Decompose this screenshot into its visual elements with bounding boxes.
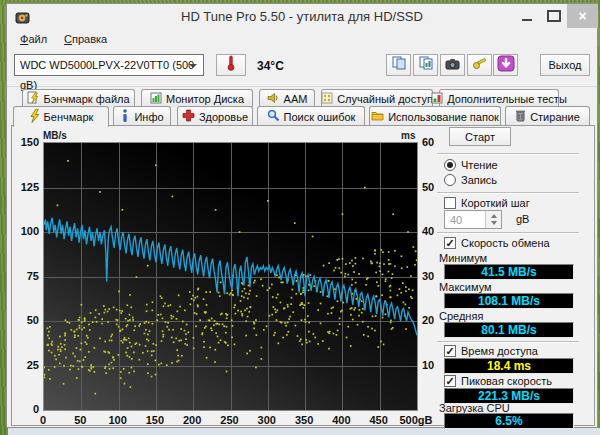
maximize-button[interactable] xyxy=(541,4,567,28)
short-stride-label: Короткий шаг xyxy=(461,197,530,209)
tab-случайный-доступ[interactable]: Случайный доступ xyxy=(321,89,433,107)
burst-rate-label: Пиковая скорость xyxy=(461,375,552,387)
tab-стирание[interactable]: Стирание xyxy=(505,106,590,126)
write-radio[interactable]: Запись xyxy=(444,174,497,186)
key-button[interactable] xyxy=(467,54,492,76)
axis-tick: 75 xyxy=(13,270,39,282)
tab-поиск-ошибок[interactable]: Поиск ошибок xyxy=(257,106,365,126)
read-radio-circle xyxy=(444,159,456,171)
axis-tick: 100 xyxy=(13,225,39,237)
average-label: Средняя xyxy=(439,310,483,322)
app-window: HD Tune Pro 5.50 - утилита для HD/SSD × … xyxy=(6,3,598,428)
copy-image-button[interactable] xyxy=(413,54,438,76)
separator xyxy=(437,341,579,343)
tab-label: Случайный доступ xyxy=(337,93,433,105)
exit-button[interactable]: Выход xyxy=(540,54,590,76)
lightning-icon xyxy=(29,109,40,125)
access-time-label: Время доступа xyxy=(461,345,538,357)
average-value: 80.1 MB/s xyxy=(444,322,574,338)
menu-item-file[interactable]: Файл xyxy=(16,31,51,47)
minimum-value: 41.5 MB/s xyxy=(444,264,574,280)
burst-rate-checkbox[interactable]: ✓ Пиковая скорость xyxy=(444,375,552,387)
axis-tick: 25 xyxy=(13,359,39,371)
transfer-rate-label: Скорость обмена xyxy=(461,237,550,249)
minimize-button[interactable] xyxy=(513,4,541,28)
copy-icon xyxy=(392,56,406,74)
copy-image-icon xyxy=(419,56,433,74)
key-icon xyxy=(472,56,487,74)
short-stride-checkbox[interactable]: Короткий шаг xyxy=(444,197,530,209)
titlebar: HD Tune Pro 5.50 - утилита для HD/SSD × xyxy=(7,4,597,29)
tab-aam[interactable]: AAM xyxy=(259,89,315,107)
plot-area xyxy=(43,142,418,411)
toolbar: WDC WD5000LPVX-22V0TT0 (500 gB) 34°C Вых… xyxy=(7,50,597,87)
menu-item-help[interactable]: Справка xyxy=(60,31,111,47)
stride-unit-label: gB xyxy=(516,213,529,225)
tab-label: Дополнительные тесты xyxy=(447,93,567,105)
tab-дополнительные-тесты[interactable]: Дополнительные тесты xyxy=(439,89,559,107)
stepper-down-icon xyxy=(491,221,497,225)
axis-tick: 100 xyxy=(98,414,138,426)
save-results-button[interactable] xyxy=(493,54,518,76)
tab-label: Использование папок xyxy=(388,111,499,123)
window-title: HD Tune Pro 5.50 - утилита для HD/SSD xyxy=(7,9,597,24)
axis-tick: 200 xyxy=(172,414,212,426)
health-cross-icon xyxy=(182,109,195,124)
tab-монитор-диска[interactable]: Монитор Диска xyxy=(141,89,253,107)
minimize-icon xyxy=(522,19,532,21)
speaker-icon xyxy=(267,92,280,106)
access-time-checkbox-box: ✓ xyxy=(444,345,456,357)
maximum-value: 108.1 MB/s xyxy=(444,293,574,309)
tab-бэнчмарк-файла[interactable]: Бэнчмарк файла xyxy=(22,89,135,107)
axis-tick: 50 xyxy=(422,181,434,193)
extra-tests-icon xyxy=(431,92,443,106)
tab-использование-папок[interactable]: Использование папок xyxy=(369,106,501,126)
y-left-axis-unit: MB/s xyxy=(43,130,67,141)
close-button[interactable]: × xyxy=(567,4,598,28)
stride-size-stepper[interactable]: 40 xyxy=(444,210,502,229)
stride-size-value: 40 xyxy=(450,214,462,226)
trash-icon xyxy=(515,109,526,124)
tab-бенчмарк[interactable]: Бенчмарк xyxy=(13,106,109,127)
tab-label: Бенчмарк xyxy=(44,111,94,123)
start-button[interactable]: Старт xyxy=(449,127,511,146)
write-radio-label: Запись xyxy=(461,174,497,186)
transfer-rate-checkbox-box: ✓ xyxy=(444,237,456,249)
disk-monitor-icon xyxy=(150,92,162,106)
chart-canvas xyxy=(44,143,417,410)
tab-label: Монитор Диска xyxy=(166,93,244,105)
close-icon: × xyxy=(578,8,586,24)
access-time-checkbox[interactable]: ✓ Время доступа xyxy=(444,345,538,357)
stepper-up-icon xyxy=(491,214,497,218)
screenshot-button[interactable] xyxy=(440,54,465,76)
file-benchmark-icon xyxy=(27,91,39,106)
minimum-label: Минимум xyxy=(439,252,487,264)
separator xyxy=(437,153,579,155)
axis-tick: 10 xyxy=(422,359,434,371)
maximum-label: Максимум xyxy=(439,281,492,293)
axis-tick: 40 xyxy=(422,225,434,237)
axis-tick: 450 xyxy=(359,414,399,426)
drive-selector-dropdown[interactable]: WDC WD5000LPVX-22V0TT0 (500 gB) xyxy=(14,54,204,76)
copy-button[interactable] xyxy=(386,54,411,76)
temperature-value: 34°C xyxy=(257,59,284,73)
cpu-usage-value: 6.5% xyxy=(444,413,574,429)
stepper-arrows[interactable] xyxy=(485,211,501,228)
transfer-rate-checkbox[interactable]: ✓ Скорость обмена xyxy=(444,237,550,249)
read-radio-label: Чтение xyxy=(461,159,498,171)
tab-label: Стирание xyxy=(530,111,580,123)
tab-здоровье[interactable]: Здоровье xyxy=(177,106,253,126)
tab-инфо[interactable]: Инфо xyxy=(113,106,171,126)
separator xyxy=(437,232,579,234)
axis-tick: 300 xyxy=(247,414,287,426)
temperature-button[interactable] xyxy=(216,54,246,76)
tab-label: Инфо xyxy=(134,111,163,123)
menubar: ФайлСправка xyxy=(7,31,597,50)
axis-tick: 400 xyxy=(321,414,361,426)
axis-tick: 500gB xyxy=(396,414,436,426)
taskbar-strip xyxy=(8,428,600,435)
maximize-icon xyxy=(547,10,561,22)
axis-tick: 60 xyxy=(422,136,434,148)
read-radio[interactable]: Чтение xyxy=(444,159,498,171)
download-icon xyxy=(497,55,515,76)
